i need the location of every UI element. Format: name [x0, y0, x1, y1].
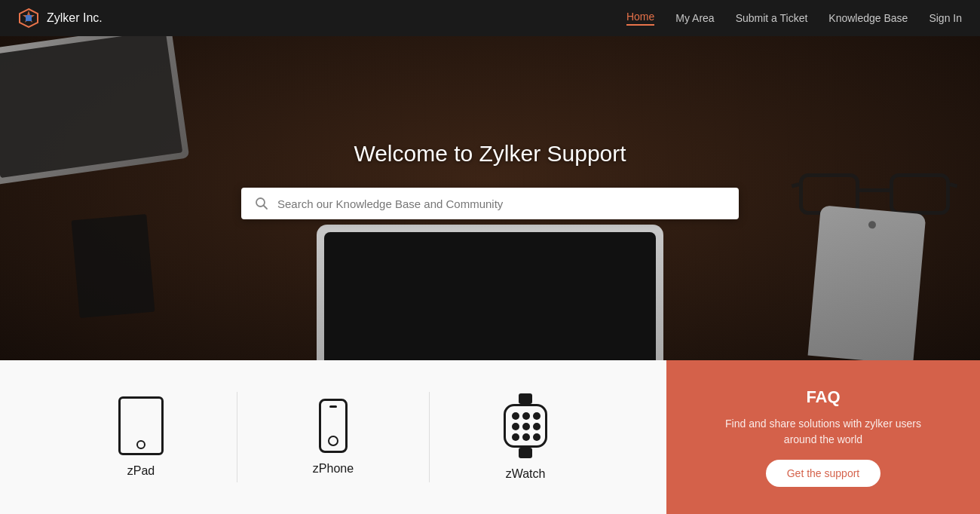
- nav-sign-in[interactable]: Sign In: [929, 12, 962, 24]
- hero-title: Welcome to Zylker Support: [15, 141, 965, 167]
- hero-section: Welcome to Zylker Support: [0, 0, 980, 360]
- nav-knowledge-base[interactable]: Knowledge Base: [828, 12, 908, 24]
- svg-rect-2: [26, 15, 32, 21]
- faq-description: Find and share solutions with zylker use…: [718, 416, 929, 448]
- product-zpad: zPad: [45, 396, 237, 478]
- tablet-icon: [118, 396, 164, 455]
- zpad-label: zPad: [127, 464, 155, 478]
- faq-title: FAQ: [806, 387, 840, 407]
- watch-icon: [504, 393, 547, 458]
- nav-submit-ticket[interactable]: Submit a Ticket: [736, 12, 808, 24]
- nav-links: Home My Area Submit a Ticket Knowledge B…: [626, 11, 962, 26]
- product-zphone: zPhone: [237, 399, 429, 476]
- search-bar: [241, 188, 739, 219]
- products-section: zPad zPhone: [0, 360, 666, 514]
- search-icon: [255, 197, 268, 210]
- zwatch-label: zWatch: [506, 467, 546, 481]
- faq-section: FAQ Find and share solutions with zylker…: [666, 360, 980, 514]
- nav-home[interactable]: Home: [626, 11, 654, 26]
- bottom-section: zPad zPhone: [0, 360, 980, 514]
- deco-notebook: [72, 214, 155, 318]
- zphone-label: zPhone: [313, 462, 354, 476]
- deco-phone: [808, 205, 926, 360]
- navbar: Zylker Inc. Home My Area Submit a Ticket…: [0, 0, 980, 36]
- get-support-button[interactable]: Get the support: [766, 460, 881, 487]
- deco-tablet: [317, 225, 663, 360]
- nav-my-area[interactable]: My Area: [675, 12, 714, 24]
- product-zwatch: zWatch: [430, 393, 621, 481]
- phone-icon: [319, 399, 348, 453]
- logo-icon: [18, 8, 39, 29]
- hero-content: Welcome to Zylker Support: [0, 141, 980, 219]
- brand: Zylker Inc.: [18, 8, 103, 29]
- svg-line-4: [264, 206, 268, 210]
- brand-name: Zylker Inc.: [47, 11, 103, 25]
- search-input[interactable]: [277, 197, 725, 210]
